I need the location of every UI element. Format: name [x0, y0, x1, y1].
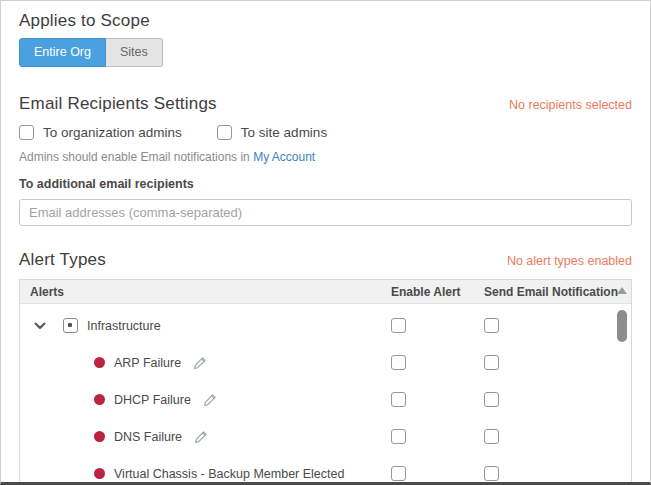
edit-pencil-icon[interactable]: [194, 430, 208, 444]
alert-group-label: Infrastructure: [87, 319, 161, 333]
recipients-status-text: No recipients selected: [509, 98, 632, 112]
alert-types-title: Alert Types: [19, 250, 106, 270]
table-row-alert: DNS Failure: [20, 418, 631, 455]
admins-note-text: Admins should enable Email notifications…: [19, 150, 253, 164]
scrollbar-thumb[interactable]: [617, 310, 627, 342]
scope-sites-button[interactable]: Sites: [106, 38, 163, 67]
alert-label: DNS Failure: [114, 430, 182, 444]
send-email-checkbox[interactable]: [484, 392, 499, 407]
org-admins-option: To organization admins: [19, 125, 182, 140]
admin-checkbox-row: To organization admins To site admins: [19, 125, 632, 140]
enable-alert-checkbox[interactable]: [391, 429, 406, 444]
table-row-group: Infrastructure: [20, 307, 631, 344]
alert-types-table: Alerts Enable Alert Send Email Notificat…: [19, 279, 632, 485]
enable-alert-checkbox[interactable]: [391, 392, 406, 407]
column-header-send-email: Send Email Notification: [484, 285, 614, 299]
admins-note: Admins should enable Email notifications…: [19, 150, 632, 164]
column-header-enable-alert: Enable Alert: [391, 285, 484, 299]
alert-settings-panel: Applies to Scope Entire Org Sites Email …: [0, 0, 651, 485]
scrollbar-up-icon[interactable]: [617, 287, 627, 294]
edit-pencil-icon[interactable]: [203, 393, 217, 407]
mixed-state-dot: [68, 323, 72, 327]
alert-types-status-text: No alert types enabled: [507, 254, 632, 268]
enable-alert-checkbox[interactable]: [391, 318, 406, 333]
column-header-alerts: Alerts: [20, 285, 391, 299]
chevron-down-icon[interactable]: [34, 322, 46, 330]
alert-label: DHCP Failure: [114, 393, 191, 407]
send-email-checkbox[interactable]: [484, 429, 499, 444]
org-admins-checkbox[interactable]: [19, 125, 34, 140]
table-body: Infrastructure ARP Failure: [20, 304, 631, 485]
severity-dot-icon: [94, 394, 105, 405]
email-recipients-title: Email Recipients Settings: [19, 94, 217, 114]
enable-alert-checkbox[interactable]: [391, 355, 406, 370]
severity-dot-icon: [94, 468, 105, 479]
send-email-checkbox[interactable]: [484, 355, 499, 370]
severity-dot-icon: [94, 357, 105, 368]
vertical-scrollbar[interactable]: [614, 280, 631, 485]
enable-alert-checkbox[interactable]: [391, 466, 406, 481]
my-account-link[interactable]: My Account: [253, 150, 315, 164]
scope-title: Applies to Scope: [19, 11, 632, 31]
site-admins-label: To site admins: [241, 125, 327, 140]
site-admins-option: To site admins: [217, 125, 327, 140]
send-email-checkbox[interactable]: [484, 318, 499, 333]
additional-recipients-label: To additional email recipients: [19, 177, 632, 191]
severity-dot-icon: [94, 431, 105, 442]
table-row-alert: ARP Failure: [20, 344, 631, 381]
email-recipients-input[interactable]: [19, 199, 632, 226]
email-recipients-section: Email Recipients Settings No recipients …: [19, 94, 632, 226]
alert-types-section: Alert Types No alert types enabled Alert…: [19, 250, 632, 485]
group-select-checkbox-mixed[interactable]: [63, 318, 78, 333]
alert-label: Virtual Chassis - Backup Member Elected: [114, 467, 344, 481]
send-email-checkbox[interactable]: [484, 466, 499, 481]
scope-toggle-group: Entire Org Sites: [19, 38, 163, 67]
scope-section: Applies to Scope Entire Org Sites: [19, 11, 632, 67]
alert-label: ARP Failure: [114, 356, 181, 370]
site-admins-checkbox[interactable]: [217, 125, 232, 140]
table-header: Alerts Enable Alert Send Email Notificat…: [20, 280, 631, 304]
edit-pencil-icon[interactable]: [193, 356, 207, 370]
table-row-alert: Virtual Chassis - Backup Member Elected: [20, 455, 631, 485]
table-row-alert: DHCP Failure: [20, 381, 631, 418]
scope-entire-org-button[interactable]: Entire Org: [19, 38, 106, 67]
org-admins-label: To organization admins: [43, 125, 182, 140]
